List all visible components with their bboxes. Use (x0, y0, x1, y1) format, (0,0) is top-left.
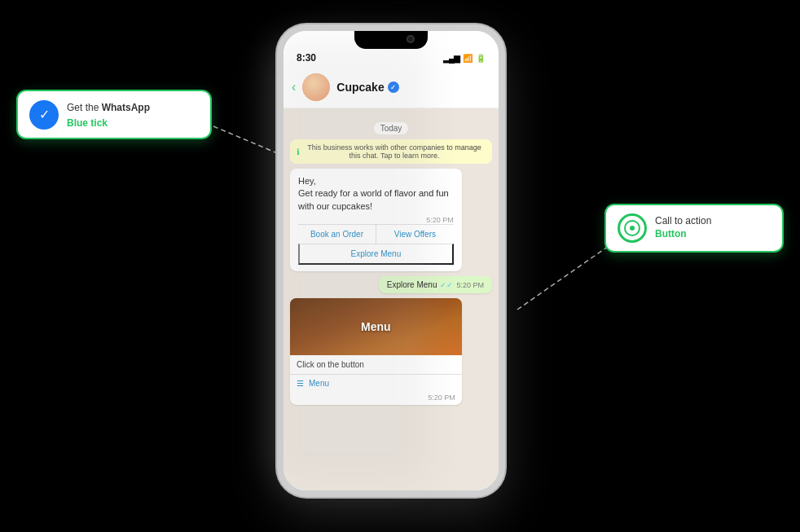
get-the-text: Get the (67, 102, 102, 113)
cta-icon-outer (618, 213, 647, 243)
checkmark-icon: ✓ (39, 107, 50, 122)
cta-icon-inner (624, 220, 640, 236)
phone-shadow (269, 37, 432, 485)
blue-tick-green-text: Blue tick (67, 117, 108, 129)
status-icons: ▂▄▆ 📶 🔋 (443, 54, 486, 63)
menu-title-label: Menu (361, 320, 391, 333)
sent-time: 5:20 PM (456, 281, 484, 289)
phone-container: 8:30 ▂▄▆ 📶 🔋 ‹ Cupcake ✓ Today (277, 24, 505, 497)
cta-title: Call to action Button (655, 215, 771, 240)
whatsapp-text: WhatsApp (102, 102, 150, 113)
cta-line2: Button (655, 228, 687, 240)
blue-tick-label: Get the WhatsApp Blue tick (67, 102, 150, 129)
checkmarks-icon: ✓✓ (440, 281, 453, 289)
front-camera (407, 35, 415, 43)
phone-notch (354, 31, 428, 49)
blue-tick-text: Get the WhatsApp Blue tick (67, 99, 199, 130)
cta-text-container: Call to action Button (655, 215, 771, 240)
wifi-icon: 📶 (463, 54, 473, 63)
signal-icon: ▂▄▆ (443, 54, 459, 63)
battery-icon: 🔋 (476, 54, 486, 63)
blue-tick-icon: ✓ (29, 100, 59, 130)
svg-line-1 (517, 244, 611, 310)
blue-tick-annotation: ✓ Get the WhatsApp Blue tick (16, 90, 212, 139)
cta-icon-dot (630, 226, 635, 231)
cta-line1: Call to action (655, 215, 711, 226)
cta-annotation: Call to action Button (604, 204, 784, 253)
